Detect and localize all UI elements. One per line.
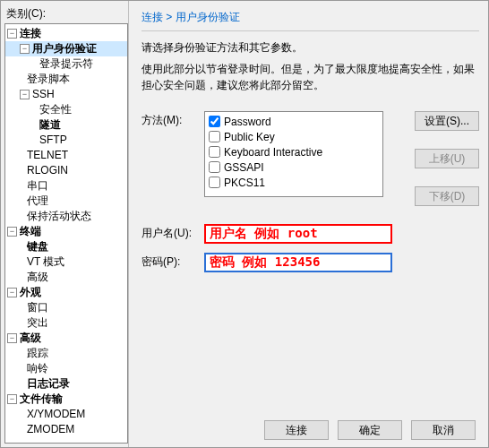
tree-node-rlogin[interactable]: RLOGIN <box>5 163 127 178</box>
username-input[interactable] <box>204 224 392 244</box>
method-item-gssapi[interactable]: GSSAPI <box>209 159 379 175</box>
tree-node-advanced2[interactable]: −高级 <box>5 331 127 346</box>
method-item-keyboard[interactable]: Keyboard Interactive <box>209 144 379 159</box>
username-row: 用户名(U): <box>142 224 479 244</box>
tree-node-appearance[interactable]: −外观 <box>5 285 127 300</box>
collapse-icon[interactable]: − <box>7 333 17 343</box>
tree-node-trace[interactable]: 跟踪 <box>5 346 127 361</box>
divider <box>142 30 479 31</box>
setup-button[interactable]: 设置(S)... <box>415 111 479 131</box>
tree-node-terminal[interactable]: −终端 <box>5 224 127 239</box>
tree-node-auth[interactable]: −用户身份验证 <box>5 41 127 56</box>
tree-node-keepalive[interactable]: 保持活动状态 <box>5 209 127 224</box>
category-label: 类别(C): <box>6 6 128 22</box>
method-label: 方法(M): <box>142 111 204 206</box>
gssapi-checkbox[interactable] <box>209 161 220 173</box>
method-item-publickey[interactable]: Public Key <box>209 129 379 144</box>
username-label: 用户名(U): <box>142 224 204 244</box>
tree-node-login-prompt[interactable]: 登录提示符 <box>5 56 127 72</box>
tree-node-vt[interactable]: VT 模式 <box>5 254 127 270</box>
cancel-button[interactable]: 取消 <box>411 420 476 440</box>
connect-button[interactable]: 连接 <box>264 420 329 440</box>
collapse-icon[interactable]: − <box>7 227 17 237</box>
move-up-button[interactable]: 上移(U) <box>415 149 479 168</box>
tree-node-advanced1[interactable]: 高级 <box>5 270 127 285</box>
tree-node-window[interactable]: 窗口 <box>5 300 127 315</box>
breadcrumb: 连接 > 用户身份验证 <box>142 10 479 25</box>
right-pane: 连接 > 用户身份验证 请选择身份验证方法和其它参数。 使用此部分以节省登录时间… <box>129 1 488 447</box>
tree-node-bell[interactable]: 响铃 <box>5 361 127 376</box>
tree-node-sftp[interactable]: SFTP <box>5 133 127 148</box>
category-tree[interactable]: −连接 −用户身份验证 登录提示符 登录脚本 −SSH 安全性 隧道 SFTP … <box>4 23 128 444</box>
ok-button[interactable]: 确定 <box>338 420 402 440</box>
pkcs11-checkbox[interactable] <box>209 177 220 188</box>
method-listbox[interactable]: Password Public Key Keyboard Interactive… <box>204 111 383 197</box>
publickey-checkbox[interactable] <box>209 131 220 142</box>
password-input[interactable] <box>204 253 392 272</box>
collapse-icon[interactable]: − <box>20 44 30 54</box>
method-item-pkcs11[interactable]: PKCS11 <box>209 175 379 190</box>
collapse-icon[interactable]: − <box>7 394 17 404</box>
tree-node-connection[interactable]: −连接 <box>5 26 127 41</box>
instruction-text: 请选择身份验证方法和其它参数。 <box>142 40 479 56</box>
tree-node-login-script[interactable]: 登录脚本 <box>5 72 127 87</box>
dialog-footer: 连接 确定 取消 <box>264 420 476 440</box>
collapse-icon[interactable]: − <box>20 90 30 99</box>
collapse-icon[interactable]: − <box>7 29 17 39</box>
collapse-icon[interactable]: − <box>7 288 17 297</box>
move-down-button[interactable]: 下移(D) <box>415 186 479 206</box>
tree-node-security[interactable]: 安全性 <box>5 102 127 117</box>
tree-node-xymodem[interactable]: X/YMODEM <box>5 407 127 422</box>
tree-node-tunnel[interactable]: 隧道 <box>5 117 127 133</box>
password-row: 密码(P): <box>142 253 479 272</box>
password-label: 密码(P): <box>142 253 204 272</box>
tree-node-ssh[interactable]: −SSH <box>5 87 127 102</box>
instruction-text-2: 使用此部分以节省登录时间。但是，为了最大限度地提高安全性，如果担心安全问题，建议… <box>142 61 479 93</box>
tree-node-serial[interactable]: 串口 <box>5 178 127 194</box>
keyboard-checkbox[interactable] <box>209 146 220 158</box>
tree-node-highlight[interactable]: 突出 <box>5 315 127 331</box>
dialog-window: 类别(C): −连接 −用户身份验证 登录提示符 登录脚本 −SSH 安全性 隧… <box>0 0 489 448</box>
password-checkbox[interactable] <box>209 116 220 127</box>
tree-node-keyboard[interactable]: 键盘 <box>5 239 127 254</box>
tree-node-proxy[interactable]: 代理 <box>5 194 127 209</box>
method-item-password[interactable]: Password <box>209 114 379 129</box>
tree-node-log[interactable]: 日志记录 <box>5 376 127 392</box>
method-side-buttons: 设置(S)... 上移(U) 下移(D) <box>415 111 479 206</box>
tree-node-file-transfer[interactable]: −文件传输 <box>5 392 127 407</box>
tree-node-telnet[interactable]: TELNET <box>5 148 127 163</box>
left-pane: 类别(C): −连接 −用户身份验证 登录提示符 登录脚本 −SSH 安全性 隧… <box>1 1 129 447</box>
tree-node-zmodem[interactable]: ZMODEM <box>5 422 127 437</box>
method-row: 方法(M): Password Public Key Keyboard Inte… <box>142 111 479 206</box>
